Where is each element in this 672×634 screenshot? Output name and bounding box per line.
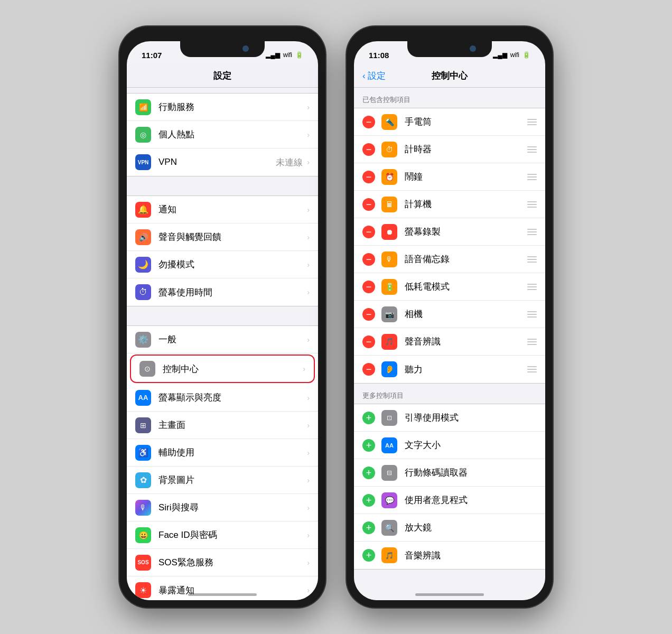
remove-button[interactable]	[362, 363, 375, 376]
list-item[interactable]: 🌙 勿擾模式 ›	[127, 251, 318, 278]
control-center-item[interactable]: ⊙ 控制中心 ›	[130, 355, 315, 383]
calculator-icon: 🖩	[381, 197, 397, 212]
notch-left	[180, 41, 265, 57]
item-label: 音樂辨識	[405, 549, 537, 562]
list-item[interactable]: 🎵 聲音辨識	[354, 328, 545, 356]
item-label: 低耗電模式	[405, 281, 537, 293]
drag-handle[interactable]	[527, 284, 537, 290]
lowpower-icon: 🔋	[381, 279, 397, 295]
item-label: SOS緊急服務	[158, 556, 307, 568]
phone-left: 11:07 ▂▄▆ wifi 🔋 設定 📶 行動服務 ›	[119, 26, 325, 608]
item-label: Face ID與密碼	[158, 529, 307, 541]
status-icons-right: ▂▄▆ wifi 🔋	[493, 51, 530, 59]
list-item[interactable]: ⏱ 計時器	[354, 136, 545, 163]
list-item[interactable]: 🎵 音樂辨識	[354, 542, 545, 569]
settings-content-right[interactable]: 已包含控制項目 🔦 手電筒	[354, 88, 545, 600]
list-item[interactable]: SOS SOS緊急服務 ›	[127, 549, 318, 576]
drag-handle[interactable]	[527, 311, 537, 318]
add-button[interactable]	[362, 467, 375, 479]
item-label: 輔助使用	[158, 446, 307, 459]
drag-handle[interactable]	[527, 256, 537, 263]
list-item[interactable]: 💬 使用者意見程式	[354, 487, 545, 514]
list-item[interactable]: AA 螢幕顯示與亮度 ›	[127, 384, 318, 412]
mobile-service-icon: 📶	[135, 99, 151, 115]
drag-handle[interactable]	[527, 174, 537, 180]
add-button[interactable]	[362, 439, 375, 452]
remove-button[interactable]	[362, 253, 375, 266]
more-section-header: 更多控制項目	[354, 384, 545, 404]
back-button[interactable]: ‹ 設定	[362, 70, 386, 82]
list-item[interactable]: 🖩 計算機	[354, 191, 545, 218]
remove-button[interactable]	[362, 116, 375, 128]
item-label: 文字大小	[405, 439, 537, 451]
status-icons-left: ▂▄▆ wifi 🔋	[266, 51, 303, 59]
voicememo-icon: 🎙	[381, 251, 397, 267]
remove-button[interactable]	[362, 198, 375, 211]
list-item[interactable]: 📶 行動服務 ›	[127, 94, 318, 121]
list-item[interactable]: ⏺ 螢幕錄製	[354, 218, 545, 246]
list-item[interactable]: 📷 相機	[354, 301, 545, 328]
add-button[interactable]	[362, 549, 375, 562]
home-indicator-left	[188, 593, 257, 596]
drag-handle[interactable]	[527, 146, 537, 153]
magnifier-icon: 🔍	[381, 520, 397, 536]
list-item[interactable]: 🔔 通知 ›	[127, 196, 318, 223]
list-item[interactable]: 🔍 放大鏡	[354, 514, 545, 542]
drag-handle[interactable]	[527, 339, 537, 345]
textsize-icon: AA	[381, 437, 397, 453]
drag-handle[interactable]	[527, 119, 537, 125]
remove-button[interactable]	[362, 171, 375, 183]
list-item[interactable]: ☀ 暴露通知 ›	[127, 576, 318, 600]
list-item[interactable]: ✿ 背景圖片 ›	[127, 467, 318, 494]
item-label: 行動條碼讀取器	[405, 467, 537, 479]
list-item[interactable]: 😀 Face ID與密碼 ›	[127, 521, 318, 549]
list-item[interactable]: ♿ 輔助使用 ›	[127, 439, 318, 467]
feedback-icon: 💬	[381, 492, 397, 508]
drag-handle[interactable]	[527, 201, 537, 208]
remove-button[interactable]	[362, 143, 375, 156]
remove-button[interactable]	[362, 335, 375, 348]
remove-button[interactable]	[362, 308, 375, 321]
remove-button[interactable]	[362, 281, 375, 293]
item-label: VPN	[158, 157, 276, 167]
wifi-icon-right: wifi	[510, 51, 519, 59]
list-item[interactable]: ⊟ 行動條碼讀取器	[354, 459, 545, 487]
battery-icon-right: 🔋	[522, 51, 530, 59]
list-item[interactable]: 🎙 Siri與搜尋 ›	[127, 494, 318, 521]
list-item[interactable]: 🎙 語音備忘錄	[354, 246, 545, 273]
settings-content-left[interactable]: 📶 行動服務 › ◎ 個人熱點 › VPN VPN	[127, 88, 318, 600]
add-button[interactable]	[362, 412, 375, 424]
list-item[interactable]: VPN VPN 未連線 ›	[127, 148, 318, 176]
list-item[interactable]: AA 文字大小	[354, 432, 545, 459]
nav-bar-right: ‹ 設定 控制中心	[354, 64, 545, 88]
list-item[interactable]: 🔦 手電筒	[354, 108, 545, 136]
list-item[interactable]: ⏰ 鬧鐘	[354, 163, 545, 191]
remove-button[interactable]	[362, 226, 375, 238]
back-label: 設定	[368, 70, 386, 82]
back-chevron: ‹	[362, 71, 366, 81]
time-right: 11:08	[369, 51, 389, 60]
phone-right: 11:08 ▂▄▆ wifi 🔋 ‹ 設定 控制中心 已包含控制項目	[347, 26, 553, 608]
item-label: 計時器	[405, 143, 537, 155]
musicid-icon: 🎵	[381, 547, 397, 563]
section-1: 📶 行動服務 › ◎ 個人熱點 › VPN VPN	[127, 93, 318, 176]
item-label: 放大鏡	[405, 521, 537, 534]
item-label: 螢幕錄製	[405, 226, 537, 238]
list-item[interactable]: 🔋 低耗電模式	[354, 273, 545, 301]
screenrecord-icon: ⏺	[381, 224, 397, 240]
add-button[interactable]	[362, 521, 375, 534]
drag-handle[interactable]	[527, 366, 537, 372]
list-item[interactable]: ⊡ 引導使用模式	[354, 404, 545, 432]
list-item[interactable]: ⏱ 螢幕使用時間 ›	[127, 278, 318, 306]
list-item[interactable]: ⚙️ 一般 ›	[127, 326, 318, 353]
list-item[interactable]: 🔊 聲音與觸覺回饋 ›	[127, 223, 318, 251]
list-item[interactable]: ◎ 個人熱點 ›	[127, 121, 318, 148]
drag-handle[interactable]	[527, 229, 537, 235]
add-button[interactable]	[362, 494, 375, 507]
screen-left: 11:07 ▂▄▆ wifi 🔋 設定 📶 行動服務 ›	[127, 41, 318, 600]
item-label: 一般	[158, 333, 307, 346]
list-item[interactable]: ⊞ 主畫面 ›	[127, 412, 318, 439]
qrcode-icon: ⊟	[381, 465, 397, 481]
list-item[interactable]: 👂 聽力	[354, 356, 545, 383]
item-label: 相機	[405, 308, 537, 320]
